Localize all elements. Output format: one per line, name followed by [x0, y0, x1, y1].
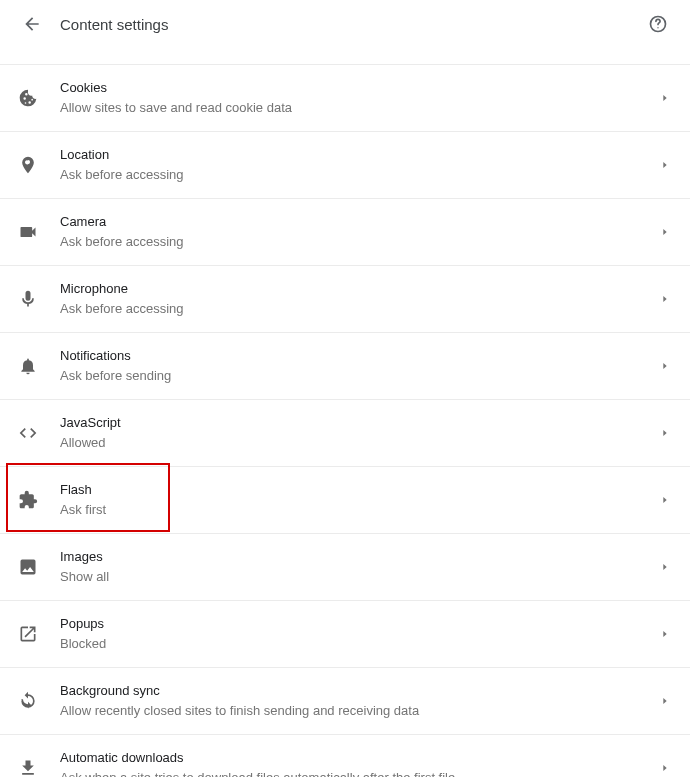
chevron-right-icon — [660, 629, 670, 639]
microphone-icon — [16, 287, 40, 311]
item-text: CookiesAllow sites to save and read cook… — [60, 79, 660, 117]
item-subtitle: Ask before accessing — [60, 233, 660, 251]
cookies-icon — [16, 86, 40, 110]
item-subtitle: Ask before accessing — [60, 166, 660, 184]
notifications-icon — [16, 354, 40, 378]
item-title: Cookies — [60, 79, 660, 97]
camera-icon — [16, 220, 40, 244]
item-title: Flash — [60, 481, 660, 499]
chevron-right-icon — [660, 361, 670, 371]
chevron-right-icon — [660, 495, 670, 505]
item-title: Popups — [60, 615, 660, 633]
chevron-right-icon — [660, 428, 670, 438]
item-title: Location — [60, 146, 660, 164]
settings-item-background-sync[interactable]: Background syncAllow recently closed sit… — [0, 668, 690, 735]
item-title: Microphone — [60, 280, 660, 298]
javascript-icon — [16, 421, 40, 445]
flash-icon — [16, 488, 40, 512]
item-title: Background sync — [60, 682, 660, 700]
chevron-right-icon — [660, 696, 670, 706]
item-subtitle: Allow recently closed sites to finish se… — [60, 702, 660, 720]
item-subtitle: Ask when a site tries to download files … — [60, 769, 660, 777]
automatic-downloads-icon — [16, 756, 40, 777]
popups-icon — [16, 622, 40, 646]
settings-item-location[interactable]: LocationAsk before accessing — [0, 132, 690, 199]
chevron-right-icon — [660, 763, 670, 773]
item-subtitle: Allow sites to save and read cookie data — [60, 99, 660, 117]
settings-item-flash[interactable]: FlashAsk first — [0, 467, 690, 534]
item-subtitle: Ask before accessing — [60, 300, 660, 318]
page-title: Content settings — [60, 16, 168, 33]
item-text: JavaScriptAllowed — [60, 414, 660, 452]
chevron-right-icon — [660, 562, 670, 572]
background-sync-icon — [16, 689, 40, 713]
item-title: Automatic downloads — [60, 749, 660, 767]
item-subtitle: Ask before sending — [60, 367, 660, 385]
settings-item-notifications[interactable]: NotificationsAsk before sending — [0, 333, 690, 400]
item-text: CameraAsk before accessing — [60, 213, 660, 251]
chevron-right-icon — [660, 93, 670, 103]
item-text: LocationAsk before accessing — [60, 146, 660, 184]
item-subtitle: Ask first — [60, 501, 660, 519]
item-subtitle: Allowed — [60, 434, 660, 452]
settings-item-microphone[interactable]: MicrophoneAsk before accessing — [0, 266, 690, 333]
settings-item-camera[interactable]: CameraAsk before accessing — [0, 199, 690, 266]
images-icon — [16, 555, 40, 579]
item-subtitle: Blocked — [60, 635, 660, 653]
settings-list: CookiesAllow sites to save and read cook… — [0, 64, 690, 777]
item-text: Background syncAllow recently closed sit… — [60, 682, 660, 720]
item-title: Images — [60, 548, 660, 566]
settings-item-images[interactable]: ImagesShow all — [0, 534, 690, 601]
back-button[interactable] — [16, 8, 48, 40]
help-button[interactable] — [642, 8, 674, 40]
svg-point-1 — [657, 27, 658, 28]
item-text: Automatic downloadsAsk when a site tries… — [60, 749, 660, 777]
item-title: JavaScript — [60, 414, 660, 432]
chevron-right-icon — [660, 294, 670, 304]
header-bar: Content settings — [0, 0, 690, 48]
settings-item-automatic-downloads[interactable]: Automatic downloadsAsk when a site tries… — [0, 735, 690, 777]
chevron-right-icon — [660, 160, 670, 170]
settings-item-javascript[interactable]: JavaScriptAllowed — [0, 400, 690, 467]
settings-item-cookies[interactable]: CookiesAllow sites to save and read cook… — [0, 65, 690, 132]
item-text: ImagesShow all — [60, 548, 660, 586]
item-text: MicrophoneAsk before accessing — [60, 280, 660, 318]
location-icon — [16, 153, 40, 177]
item-text: PopupsBlocked — [60, 615, 660, 653]
item-subtitle: Show all — [60, 568, 660, 586]
item-text: NotificationsAsk before sending — [60, 347, 660, 385]
help-icon — [648, 14, 668, 34]
settings-item-popups[interactable]: PopupsBlocked — [0, 601, 690, 668]
item-title: Camera — [60, 213, 660, 231]
item-title: Notifications — [60, 347, 660, 365]
chevron-right-icon — [660, 227, 670, 237]
arrow-back-icon — [22, 14, 42, 34]
item-text: FlashAsk first — [60, 481, 660, 519]
